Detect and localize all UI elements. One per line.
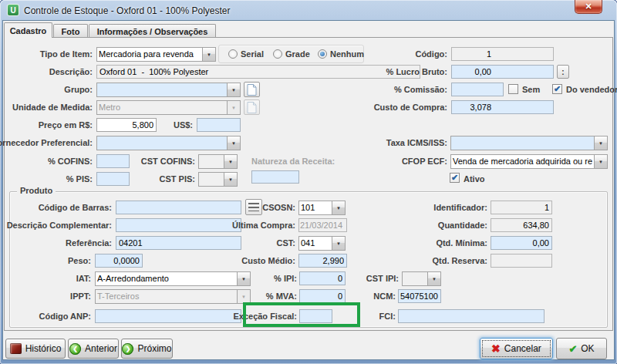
referencia-field[interactable] (116, 236, 241, 250)
produto-group-title: Produto (17, 186, 56, 195)
cst-cofins-dropdown[interactable]: ▼ (198, 154, 238, 169)
descricao-field[interactable] (96, 65, 420, 79)
taxa-icms-dropdown[interactable]: ▼ (450, 136, 608, 150)
excecao-fiscal-field[interactable] (299, 309, 332, 323)
codigo-field (451, 47, 554, 61)
grupo-dropdown[interactable]: ▼ (96, 83, 241, 97)
app-icon: U (7, 4, 19, 16)
mva-field[interactable] (299, 289, 346, 303)
descricao-complementar-label: Descrição Complementar: (7, 221, 112, 231)
taxa-icms-label: Taxa ICMS/ISS: (386, 138, 447, 148)
arrow-left-icon: ❮ (69, 343, 81, 355)
mva-label: % MVA: (266, 292, 297, 302)
anterior-button[interactable]: ❮ Anterior (68, 339, 119, 359)
ativo-checkbox[interactable]: ✔ (450, 173, 460, 183)
chevron-down-icon: ▼ (332, 201, 345, 214)
radio-serial-label: Serial (241, 49, 264, 59)
peso-label: Peso: (68, 256, 91, 266)
radio-serial[interactable] (228, 49, 238, 59)
preco-field[interactable] (96, 118, 157, 132)
csosn-value: 101 (299, 201, 332, 214)
barcode-button[interactable] (245, 199, 262, 215)
preco-label: Preço em R$: (39, 120, 93, 130)
pis-field[interactable] (96, 172, 130, 186)
fci-field[interactable] (398, 309, 545, 323)
lucro-bruto-label: % Lucro Bruto: (386, 67, 447, 77)
cancelar-button[interactable]: ✖ Cancelar (480, 338, 553, 359)
historico-button[interactable]: Histórico (5, 339, 66, 359)
cst-pis-value (199, 173, 224, 186)
barcode-icon (248, 203, 259, 211)
tab-foto[interactable]: Foto (53, 24, 88, 38)
app-window: U Controle de Estoque - Oxford 01 - 100%… (0, 0, 617, 364)
cst-cofins-label: CST COFINS: (141, 157, 195, 167)
grupo-value (97, 83, 227, 96)
qtd-minima-field[interactable] (491, 236, 552, 250)
chevron-down-icon: ▼ (227, 83, 240, 96)
custo-medio-field[interactable] (298, 254, 347, 268)
uss-field[interactable] (197, 118, 241, 132)
chevron-down-icon: ▼ (227, 101, 240, 114)
ipi-label: % IPI: (274, 274, 297, 284)
ippt-dropdown: T-Terceiros ▼ (95, 289, 251, 304)
new-document-icon (247, 102, 257, 113)
qtd-minima-label: Qtd. Mínima: (436, 238, 487, 248)
close-button[interactable]: ✕ (575, 0, 602, 14)
ativo-checkbox-label: Ativo (464, 174, 485, 184)
uss-label: US$: (174, 120, 193, 130)
proximo-button[interactable]: ❯ Próximo (121, 339, 173, 359)
cancelar-button-label: Cancelar (504, 343, 541, 354)
natureza-receita-field[interactable] (251, 170, 299, 184)
ipi-field[interactable] (299, 271, 346, 285)
codigo-barras-field[interactable] (116, 201, 241, 214)
custo-medio-label: Custo Médio: (241, 256, 295, 266)
codigo-barras-label: Código de Barras: (39, 203, 112, 213)
chevron-down-icon: ▼ (224, 155, 237, 168)
peso-field[interactable] (95, 254, 143, 268)
radio-nenhum[interactable] (318, 49, 327, 59)
chevron-down-icon: ▼ (237, 272, 250, 285)
do-vendedor-checkbox[interactable]: ✔ (552, 84, 562, 94)
tipo-item-dropdown[interactable]: Mercadoria para revenda ▼ (96, 47, 216, 62)
window-title: Controle de Estoque - Oxford 01 - 100% P… (24, 5, 230, 16)
cfop-ecf-dropdown[interactable]: Venda de mercadoria adquirida ou re ▼ (450, 154, 608, 169)
cst-pis-label: CST PIS: (160, 174, 195, 184)
iat-dropdown[interactable]: A-Arredondamento ▼ (95, 271, 251, 286)
comissao-field[interactable] (451, 83, 504, 96)
lucro-bruto-options-button[interactable]: : (557, 65, 569, 79)
custo-compra-field[interactable] (451, 100, 554, 114)
cst-dropdown[interactable]: 041 ▼ (298, 236, 346, 251)
cst-pis-dropdown[interactable]: ▼ (198, 172, 238, 187)
tipo-item-value: Mercadoria para revenda (97, 48, 202, 61)
chevron-down-icon: ▼ (202, 48, 215, 61)
new-unidade-button (244, 99, 260, 115)
pis-label: % PIS: (66, 174, 93, 184)
sem-checkbox[interactable] (508, 84, 518, 94)
cst-label: CST: (277, 238, 295, 248)
identificador-label: Identificador: (433, 203, 487, 213)
cst-cofins-value (199, 155, 224, 168)
radio-grade[interactable] (273, 49, 282, 59)
chevron-down-icon: ▼ (332, 237, 345, 250)
descricao-complementar-field[interactable] (116, 218, 241, 232)
chevron-down-icon: ▼ (237, 290, 250, 303)
fornecedor-label: Fornecedor Preferencial: (0, 138, 93, 148)
new-grupo-button[interactable] (244, 82, 260, 97)
tab-informacoes[interactable]: Informações / Observações (89, 24, 216, 38)
cst-ipi-dropdown[interactable]: ▼ (402, 271, 441, 286)
radio-grade-label: Grade (285, 49, 310, 59)
cofins-field[interactable] (96, 154, 130, 168)
csosn-dropdown[interactable]: 101 ▼ (298, 201, 346, 215)
cfop-ecf-value: Venda de mercadoria adquirida ou re (451, 155, 594, 168)
ncm-field[interactable] (398, 289, 441, 303)
ippt-label: IPPT: (70, 292, 91, 302)
codigo-anp-field[interactable] (95, 309, 241, 323)
lucro-bruto-field[interactable] (451, 65, 554, 79)
taxa-icms-value (451, 136, 594, 150)
fornecedor-dropdown[interactable]: ▼ (96, 136, 241, 150)
ncm-label: NCM: (373, 292, 396, 302)
tab-cadastro[interactable]: Cadastro (4, 22, 52, 38)
ok-button-label: OK (581, 343, 594, 354)
quantidade-label: Quantidade: (438, 221, 487, 231)
ok-button[interactable]: ✔ OK (556, 338, 607, 359)
